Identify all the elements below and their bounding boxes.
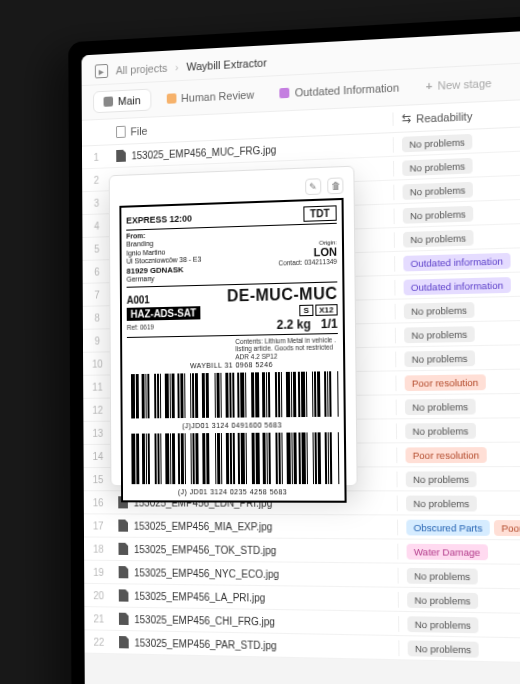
readability-cell[interactable]: No problems — [398, 616, 520, 635]
row-number: 3 — [82, 197, 111, 209]
row-number: 20 — [84, 589, 113, 601]
readability-cell[interactable]: Outdated information — [394, 251, 520, 271]
file-icon — [119, 566, 129, 578]
grid-icon — [104, 96, 114, 106]
tab-main[interactable]: Main — [93, 89, 151, 114]
file-cell[interactable]: 153025_EMP456_TOK_STD.jpg — [113, 543, 398, 558]
status-chip: No problems — [407, 616, 478, 633]
status-chip: No problems — [406, 471, 477, 487]
readability-cell[interactable]: No problems — [394, 203, 520, 224]
status-chip: Water Damage — [407, 543, 488, 559]
readability-cell[interactable]: No problems — [398, 591, 520, 609]
status-chip: Poor resolution — [405, 374, 486, 391]
tab-outdated-information[interactable]: Outdated Information — [270, 77, 410, 104]
status-chip: No problems — [404, 302, 475, 319]
status-chip: No problems — [407, 567, 478, 584]
label-service: EXPRESS 12:00 — [126, 213, 192, 225]
status-chip: No problems — [407, 592, 478, 609]
readability-cell[interactable]: No problems — [395, 300, 520, 319]
status-chip: Outdated information — [404, 277, 511, 295]
status-chip: No problems — [404, 326, 475, 343]
file-cell[interactable]: 153025_EMP456_CHI_FRG.jpg — [113, 613, 398, 630]
plus-icon: + — [426, 80, 433, 93]
shipping-label: EXPRESS 12:00 TDT From: Branding Ignio M… — [119, 198, 346, 503]
row-number: 7 — [83, 289, 112, 301]
readability-cell[interactable]: No problems — [396, 422, 520, 439]
readability-cell[interactable]: No problems — [395, 324, 520, 343]
readability-cell[interactable]: No problems — [393, 154, 520, 176]
readability-cell[interactable]: No problems — [396, 471, 520, 487]
file-cell[interactable]: 153025_EMP456_NYC_ECO.jpg — [113, 566, 398, 581]
readability-cell[interactable]: Poor resolution — [396, 446, 520, 462]
file-icon — [116, 125, 126, 137]
readability-cell[interactable]: No problems — [397, 567, 520, 585]
file-icon — [116, 150, 126, 162]
readability-cell[interactable]: Poor resolution — [395, 373, 520, 391]
label-carrier: TDT — [303, 205, 337, 222]
row-number: 17 — [84, 520, 113, 531]
status-chip: No problems — [402, 157, 472, 175]
header-readability[interactable]: ⇆ Readability — [392, 105, 520, 126]
status-chip: Poor resolution — [405, 447, 486, 463]
file-icon — [119, 613, 129, 625]
label-hazmat: HAZ-ADS-SAT — [127, 306, 200, 321]
review-icon — [167, 93, 177, 103]
sliders-icon: ⇆ — [402, 112, 411, 126]
file-cell[interactable]: 153025_EMP456_LA_PRI.jpg — [113, 589, 398, 605]
row-number: 4 — [82, 220, 111, 232]
row-number: 10 — [83, 358, 112, 369]
status-chip: No problems — [406, 495, 477, 511]
readability-cell[interactable]: Obscured PartsPoor reso — [397, 519, 520, 536]
tab-label: Outdated Information — [295, 81, 399, 98]
barcode-primary — [127, 371, 339, 418]
readability-cell[interactable]: No problems — [395, 349, 520, 367]
row-number: 11 — [83, 381, 112, 392]
status-chip: No problems — [402, 133, 472, 151]
status-chip: No problems — [403, 229, 473, 247]
readability-cell[interactable]: Outdated information — [394, 276, 520, 296]
row-number: 2 — [82, 174, 111, 186]
status-chip: No problems — [405, 398, 476, 414]
readability-cell[interactable]: No problems — [393, 130, 520, 152]
new-stage-button[interactable]: + New stage — [415, 72, 502, 97]
status-chip: Obscured Parts — [406, 519, 490, 535]
row-number: 6 — [83, 266, 112, 278]
row-number: 12 — [83, 404, 112, 415]
tab-label: New stage — [438, 77, 492, 92]
breadcrumb-root[interactable]: All projects — [116, 62, 168, 77]
header-index — [82, 132, 110, 133]
edit-button[interactable]: ✎ — [305, 178, 321, 195]
file-icon — [119, 636, 129, 648]
tab-human-review[interactable]: Human Review — [157, 84, 264, 109]
file-icon — [118, 543, 128, 555]
row-number: 5 — [82, 243, 111, 255]
row-number: 22 — [84, 636, 113, 648]
row-number: 13 — [83, 427, 112, 438]
readability-cell[interactable]: Water Damage — [397, 543, 520, 560]
readability-cell[interactable]: No problems — [396, 397, 520, 414]
row-number: 16 — [84, 497, 113, 508]
readability-cell[interactable]: No problems — [393, 178, 520, 199]
row-number: 1 — [82, 151, 111, 163]
label-route: DE-MUC-MUC — [227, 284, 338, 305]
delete-button[interactable]: 🗑 — [327, 177, 343, 194]
file-cell[interactable]: 153025_EMP456_MIA_EXP.jpg — [113, 519, 398, 533]
readability-cell[interactable]: No problems — [398, 640, 520, 659]
outdated-icon — [280, 88, 290, 99]
file-icon — [119, 589, 129, 601]
readability-cell[interactable]: No problems — [397, 495, 520, 511]
file-icon — [118, 520, 128, 532]
breadcrumb-current[interactable]: Waybill Extractor — [186, 56, 267, 72]
row-number: 9 — [83, 335, 112, 347]
file-cell[interactable]: 153025_EMP456_PAR_STD.jpg — [113, 636, 398, 654]
row-number: 14 — [84, 450, 113, 461]
status-chip: No problems — [404, 350, 475, 367]
status-chip: No problems — [403, 205, 473, 223]
row-number: 8 — [83, 312, 112, 324]
waybill-preview-card: ✎ 🗑 EXPRESS 12:00 TDT From: — [109, 166, 358, 487]
nav-home-icon[interactable]: ▸ — [95, 64, 108, 79]
readability-cell[interactable]: No problems — [394, 227, 520, 247]
status-chip: Outdated information — [403, 252, 510, 271]
chevron-right-icon: › — [175, 61, 179, 73]
status-chip: No problems — [405, 422, 476, 438]
